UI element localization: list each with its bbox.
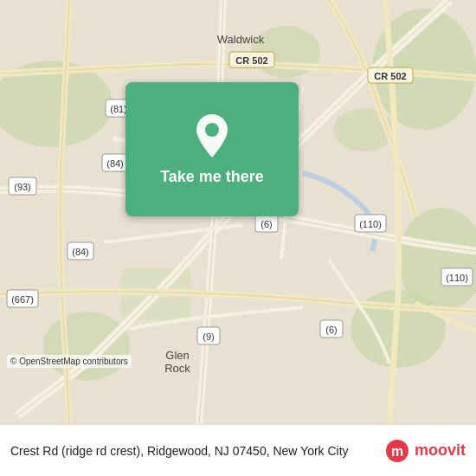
svg-point-5 — [43, 312, 130, 381]
moovit-icon: m — [385, 439, 409, 463]
moovit-logo: m moovit — [385, 439, 466, 463]
map-pin-icon — [193, 113, 231, 159]
svg-text:(6): (6) — [261, 219, 272, 229]
svg-text:(84): (84) — [72, 247, 89, 257]
svg-text:Waldwick: Waldwick — [217, 33, 265, 46]
svg-text:(6): (6) — [325, 325, 337, 335]
svg-text:CR 502: CR 502 — [235, 55, 267, 66]
take-me-there-label: Take me there — [160, 168, 264, 186]
svg-text:(81): (81) — [110, 104, 127, 114]
svg-text:(110): (110) — [446, 273, 468, 283]
svg-text:(84): (84) — [106, 158, 124, 169]
svg-text:(93): (93) — [14, 182, 31, 192]
svg-text:(110): (110) — [359, 219, 382, 229]
svg-text:m: m — [391, 444, 403, 459]
svg-point-36 — [205, 123, 219, 137]
osm-credit: © OpenStreetMap contributors — [7, 355, 132, 368]
svg-text:(9): (9) — [203, 331, 214, 342]
map-container: CR 502 CR 502 (81) (93) (84) (84) (667) … — [0, 0, 476, 424]
svg-text:CR 502: CR 502 — [374, 71, 406, 81]
svg-text:Glen: Glen — [165, 349, 189, 362]
address-text: Crest Rd (ridge rd crest), Ridgewood, NJ… — [10, 444, 385, 458]
svg-text:(667): (667) — [11, 294, 34, 305]
take-me-there-button[interactable]: Take me there — [125, 82, 299, 216]
svg-text:Rock: Rock — [164, 362, 190, 375]
bottom-bar: Crest Rd (ridge rd crest), Ridgewood, NJ… — [0, 424, 476, 476]
moovit-text: moovit — [415, 441, 466, 460]
